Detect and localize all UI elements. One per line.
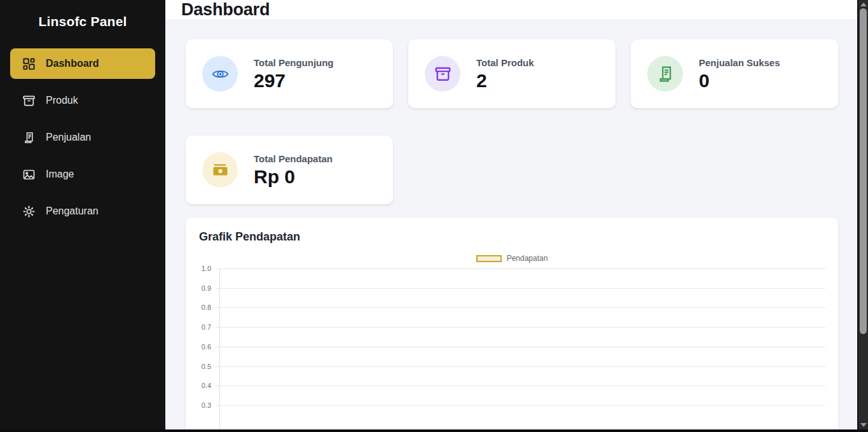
sidebar-item-image[interactable]: Image: [10, 159, 155, 190]
stats-grid: Total Pengunjung 297 Total Produk: [186, 39, 838, 204]
scrollbar-up-arrow-icon[interactable]: [860, 3, 867, 6]
gridline: [216, 386, 825, 386]
stat-label: Total Produk: [476, 57, 534, 68]
stat-label: Total Pendapatan: [254, 153, 333, 164]
stat-value: Rp 0: [254, 167, 333, 187]
brand-title: Linsofc Panel: [0, 14, 165, 29]
gear-icon: [23, 206, 35, 218]
chart-plot-area: 1.00.90.80.70.60.50.40.3: [198, 268, 825, 418]
stat-card-total-produk: Total Produk 2: [408, 39, 616, 108]
page-title: Dashboard: [181, 0, 270, 20]
gridline: [216, 307, 825, 308]
vertical-scrollbar[interactable]: [857, 0, 868, 432]
image-icon: [23, 169, 35, 181]
receipt-icon: [647, 56, 683, 92]
scrollbar-down-arrow-icon[interactable]: [860, 423, 867, 427]
sidebar-item-penjualan[interactable]: Penjualan: [10, 122, 155, 153]
scrollbar-thumb[interactable]: [860, 8, 867, 334]
chart-legend-item[interactable]: Pendapatan: [186, 254, 838, 263]
y-tick-label: 0.5: [198, 363, 211, 370]
sidebar: Linsofc Panel Dashboard: [0, 0, 165, 432]
receipt-icon: [23, 132, 35, 144]
chart-card: Grafik Pendapatan Pendapatan 1.00.90.80.…: [186, 218, 838, 432]
sidebar-item-label: Penjualan: [46, 132, 91, 143]
y-tick-label: 0.9: [198, 284, 211, 292]
content: Total Pengunjung 297 Total Produk: [165, 20, 857, 432]
stat-label: Total Pengunjung: [254, 57, 334, 68]
gridline: [216, 405, 825, 406]
app-window: Linsofc Panel Dashboard: [0, 0, 868, 432]
sidebar-item-label: Dashboard: [46, 58, 99, 69]
sidebar-item-pengaturan[interactable]: Pengaturan: [10, 196, 155, 226]
y-tick-label: 1.0: [198, 265, 211, 272]
y-axis-line: [219, 268, 220, 431]
y-tick-label: 0.3: [198, 401, 211, 409]
window-bottom-edge: [0, 429, 868, 432]
sidebar-item-label: Produk: [46, 95, 78, 106]
stat-value: 2: [476, 71, 534, 91]
page-header: Dashboard: [165, 0, 857, 20]
sidebar-item-label: Pengaturan: [46, 206, 99, 217]
stat-label: Penjualan Sukses: [699, 57, 780, 68]
gridline: [216, 268, 825, 269]
cash-icon: [202, 152, 238, 188]
y-tick-label: 0.4: [198, 382, 211, 389]
legend-swatch: [476, 255, 502, 262]
archive-icon: [23, 95, 35, 107]
chart-title: Grafik Pendapatan: [186, 230, 838, 244]
dashboard-icon: [23, 58, 35, 70]
y-tick-label: 0.6: [198, 343, 211, 351]
legend-label: Pendapatan: [507, 254, 548, 263]
gridline: [216, 288, 825, 289]
stat-card-total-pengunjung: Total Pengunjung 297: [186, 39, 393, 108]
gridline: [216, 366, 825, 367]
sidebar-nav: Dashboard Produk: [0, 48, 165, 226]
y-tick-label: 0.8: [198, 303, 211, 311]
stat-value: 297: [254, 71, 334, 91]
gridline: [216, 347, 825, 347]
stat-card-penjualan-sukses: Penjualan Sukses 0: [631, 39, 838, 108]
sidebar-item-label: Image: [46, 169, 74, 180]
archive-icon: [425, 56, 460, 92]
eye-icon: [202, 56, 238, 92]
gridline: [216, 327, 825, 328]
stat-card-total-pendapatan: Total Pendapatan Rp 0: [186, 136, 393, 204]
sidebar-item-produk[interactable]: Produk: [10, 85, 155, 116]
sidebar-item-dashboard[interactable]: Dashboard: [10, 48, 155, 79]
stat-value: 0: [699, 71, 780, 91]
main-area: Dashboard Total Pengunjung 297: [165, 0, 857, 432]
y-tick-label: 0.7: [198, 323, 211, 331]
